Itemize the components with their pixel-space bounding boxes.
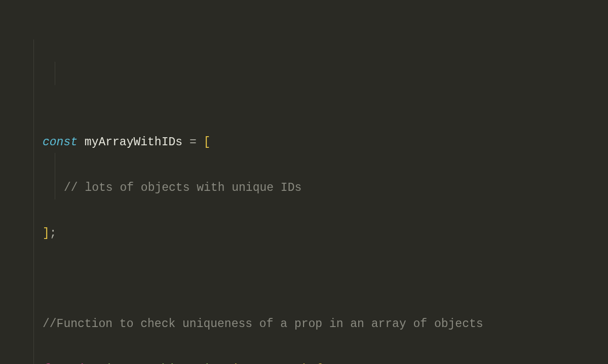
- blank-line: [36, 267, 608, 290]
- identifier: myArrayWithIDs: [85, 136, 182, 149]
- bracket-open: [: [204, 136, 211, 149]
- code-line: ];: [36, 222, 608, 245]
- comment: // lots of objects with unique IDs: [64, 181, 301, 194]
- code-line: //Function to check uniqueness of a prop…: [36, 313, 608, 336]
- code-line: const myArrayWithIDs = [: [36, 131, 608, 154]
- comment: //Function to check uniqueness of a prop…: [43, 317, 483, 331]
- code-line: function isEverythingUnique(arr, prop) {: [36, 358, 608, 364]
- code-snippet: const myArrayWithIDs = [ // lots of obje…: [0, 0, 608, 364]
- indent-guide-inner: [55, 153, 55, 199]
- bracket-close: ]: [43, 227, 50, 240]
- semicolon: ;: [50, 227, 57, 240]
- indent-guide-inner: [55, 62, 55, 85]
- indent-guide: [33, 39, 34, 364]
- code-line: // lots of objects with unique IDs: [36, 177, 608, 199]
- operator-assign: =: [189, 136, 197, 149]
- keyword-const: const: [43, 136, 78, 149]
